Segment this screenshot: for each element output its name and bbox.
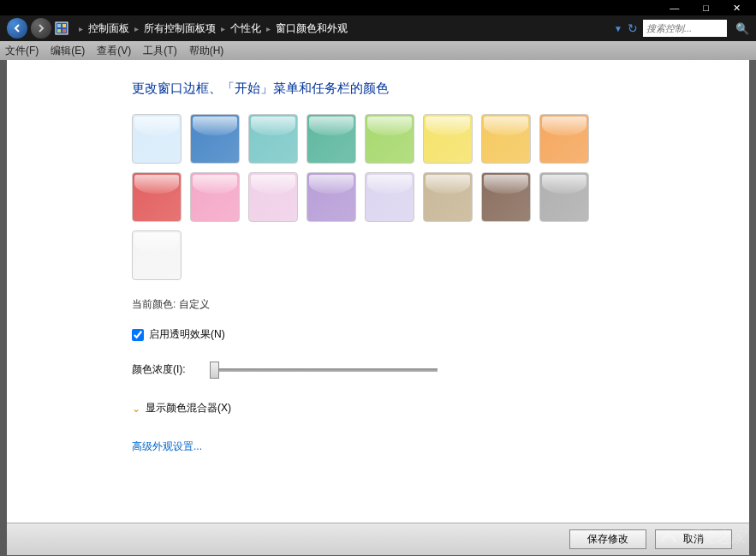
svg-rect-2 <box>63 24 66 27</box>
color-swatch[interactable] <box>132 172 182 222</box>
search-icon[interactable]: 🔍 <box>735 22 749 35</box>
transparency-label: 启用透明效果(N) <box>149 327 225 342</box>
color-swatch[interactable] <box>365 114 414 164</box>
chevron-right-icon: ▸ <box>134 24 139 33</box>
menu-help[interactable]: 帮助(H) <box>189 44 224 58</box>
transparency-checkbox[interactable] <box>132 329 144 341</box>
color-mixer-toggle[interactable]: ⌄ 显示颜色混合器(X) <box>132 401 749 416</box>
color-swatch[interactable] <box>539 172 589 222</box>
menu-file[interactable]: 文件(F) <box>5 44 39 58</box>
page-title: 更改窗口边框、「开始」菜单和任务栏的颜色 <box>132 81 749 97</box>
cancel-button[interactable]: 取消 <box>655 529 732 549</box>
save-button[interactable]: 保存修改 <box>569 529 646 549</box>
maximize-button[interactable]: □ <box>703 3 709 13</box>
menu-tools[interactable]: 工具(T) <box>143 44 176 58</box>
color-swatch-grid <box>132 114 637 280</box>
breadcrumb-item[interactable]: 所有控制面板项 <box>144 21 216 36</box>
svg-rect-1 <box>57 24 61 27</box>
dropdown-icon[interactable]: ▼ <box>614 24 622 33</box>
minimize-button[interactable]: — <box>670 3 679 13</box>
menu-view[interactable]: 查看(V) <box>97 44 131 58</box>
chevron-right-icon: ▸ <box>79 24 83 33</box>
breadcrumb-item[interactable]: 窗口颜色和外观 <box>276 21 348 36</box>
slider-thumb[interactable] <box>210 362 219 379</box>
color-swatch[interactable] <box>365 172 414 222</box>
footer-bar: 保存修改 取消 <box>7 523 749 555</box>
color-swatch[interactable] <box>307 172 356 222</box>
breadcrumb-item[interactable]: 个性化 <box>230 21 261 36</box>
intensity-label: 颜色浓度(I): <box>132 362 186 377</box>
color-swatch[interactable] <box>190 114 240 164</box>
content-area: 更改窗口边框、「开始」菜单和任务栏的颜色 当前颜色: 自定义 启用透明效果(N)… <box>7 60 749 523</box>
menu-bar: 文件(F) 编辑(E) 查看(V) 工具(T) 帮助(H) <box>0 41 756 60</box>
chevron-down-icon: ⌄ <box>132 403 140 415</box>
close-button[interactable]: ✕ <box>733 3 741 14</box>
control-panel-icon <box>55 21 68 35</box>
chevron-right-icon: ▸ <box>221 24 225 33</box>
color-swatch[interactable] <box>248 172 298 222</box>
breadcrumb[interactable]: ▸ 控制面板 ▸ 所有控制面板项 ▸ 个性化 ▸ 窗口颜色和外观 <box>79 21 610 36</box>
back-button[interactable] <box>7 18 27 39</box>
menu-edit[interactable]: 编辑(E) <box>51 44 85 58</box>
color-swatch[interactable] <box>423 172 473 222</box>
intensity-slider[interactable] <box>210 368 438 372</box>
titlebar: — □ ✕ <box>0 0 756 15</box>
forward-button[interactable] <box>31 18 51 39</box>
color-swatch[interactable] <box>423 114 473 164</box>
color-swatch[interactable] <box>539 114 589 164</box>
color-swatch[interactable] <box>481 114 531 164</box>
color-swatch[interactable] <box>132 114 182 164</box>
color-swatch[interactable] <box>481 172 531 222</box>
refresh-icon[interactable]: ↻ <box>628 21 638 35</box>
svg-rect-4 <box>63 29 66 33</box>
address-bar: ▸ 控制面板 ▸ 所有控制面板项 ▸ 个性化 ▸ 窗口颜色和外观 ▼ ↻ 🔍 <box>0 15 756 41</box>
color-swatch[interactable] <box>248 114 298 164</box>
chevron-right-icon: ▸ <box>266 24 271 33</box>
color-swatch[interactable] <box>190 172 240 222</box>
breadcrumb-item[interactable]: 控制面板 <box>88 21 129 36</box>
svg-rect-3 <box>57 29 61 33</box>
color-swatch[interactable] <box>307 114 356 164</box>
search-input[interactable] <box>643 20 727 37</box>
current-color-label: 当前颜色: 自定义 <box>132 297 749 312</box>
advanced-settings-link[interactable]: 高级外观设置... <box>132 439 749 454</box>
color-swatch[interactable] <box>132 230 182 280</box>
